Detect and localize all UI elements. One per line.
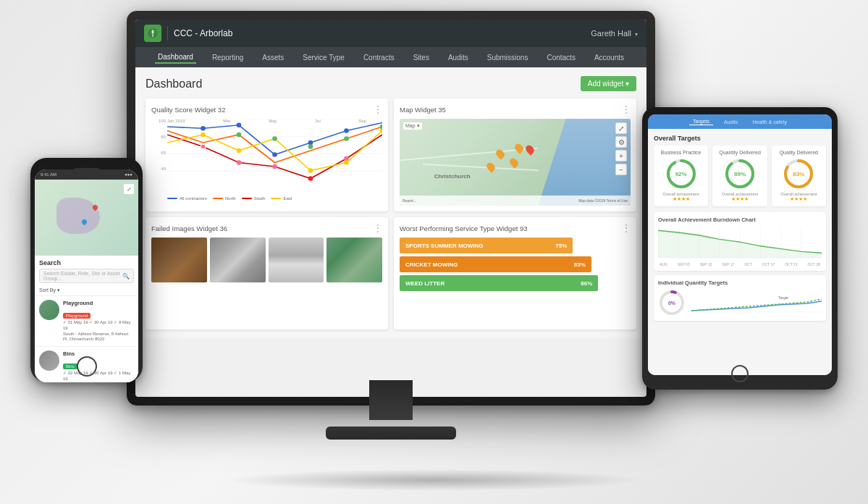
perf-bar-cricket: CRICKET MOWING 83% [400, 256, 591, 272]
quality-score-header: Quality Score Widget 32 ⋮ [151, 104, 382, 114]
chart-legend: All contractors North South [151, 196, 382, 201]
svg-point-17 [237, 148, 242, 154]
app-topbar: CCC - Arborlab Gareth Hall ▾ [135, 20, 646, 47]
map-widget-header: Map Widget 35 ⋮ [400, 104, 631, 114]
phone-home-button[interactable] [77, 356, 97, 377]
nav-reporting[interactable]: Reporting [209, 52, 246, 63]
phone-item-content-2: Bins Bins ✓ 02 May 19 ✓ 30 Apr 19 ✓ 1 Ma… [63, 350, 134, 382]
tablet-burndown-card: Overall Achievement Burndown Chart [654, 212, 826, 271]
map-background: Christchurch Map ▾ [400, 119, 631, 206]
y-label-80: 80 [161, 135, 166, 139]
tablet-kpi-quality: Quality Delivered 83% Overall achievemen… [772, 146, 826, 206]
monitor-screen: CCC - Arborlab Gareth Hall ▾ Dashboard R… [135, 20, 646, 397]
failed-images-menu-icon[interactable]: ⋮ [374, 223, 382, 233]
phone-list-item-playground[interactable]: Playground Playground ✓ 01 May 19 ✓ 30 A… [35, 296, 138, 347]
chart-y-axis: 100 80 60 40 [151, 119, 167, 184]
tablet-tab-targets[interactable]: Targets [689, 118, 713, 125]
failed-images-title: Failed Images Widget 36 [151, 224, 227, 232]
map-zoom-in-btn[interactable]: + [615, 150, 627, 161]
map-expand-btn[interactable]: ⤢ [615, 122, 627, 134]
add-widget-button[interactable]: Add widget ▾ [581, 76, 636, 91]
phone: 9:41 AM ●●● ⤢ Search Search Estate, Ro [30, 158, 143, 382]
phone-sort-label[interactable]: Sort By ▾ [39, 287, 60, 293]
map-pin-2 [513, 142, 524, 154]
tablet-tab-health[interactable]: Health & safety [749, 119, 790, 125]
tablet-kpi-business: Business Practice 92% Overall achievemen… [654, 146, 708, 206]
map-pin-3 [508, 156, 520, 168]
phone-search-input[interactable]: Search Estate, Role, Site or Asset Group… [39, 269, 134, 283]
nav-accounts[interactable]: Accounts [591, 52, 627, 63]
svg-point-6 [201, 126, 206, 131]
chevron-down-icon: ▾ [635, 31, 638, 38]
worst-performing-title: Worst Performing Service Type Widget 93 [400, 224, 528, 232]
map-placeholder: Christchurch Map ▾ [400, 119, 631, 206]
app-company-name: CCC - Arborlab [174, 28, 585, 38]
quality-score-widget: Quality Score Widget 32 ⋮ 100 80 60 40 [146, 98, 388, 211]
widgets-grid: Quality Score Widget 32 ⋮ 100 80 60 40 [146, 98, 636, 329]
legend-all: All contractors [167, 196, 207, 201]
tablet-indiv-title: Individual Quantity Targets [658, 280, 822, 286]
tablet-home-button[interactable] [731, 365, 749, 382]
quality-score-title: Quality Score Widget 32 [151, 106, 225, 114]
phone-search-icon: 🔍 [122, 273, 130, 280]
svg-point-25 [380, 125, 382, 130]
tablet-overall-targets-title: Overall Targets [654, 135, 826, 142]
tablet-kpi-quantity-stars: ★★★★ [717, 196, 762, 202]
tablet-kpi-business-title: Business Practice [658, 150, 704, 155]
map-widget-title: Map Widget 35 [400, 106, 446, 114]
failed-image-2 [210, 238, 266, 282]
nav-service-type[interactable]: Service Type [300, 52, 347, 63]
map-pin-5 [485, 161, 497, 172]
tablet-tab-audits[interactable]: Audits [720, 119, 741, 125]
map-city-label: Christchurch [434, 173, 471, 180]
svg-rect-1 [153, 34, 153, 37]
scene: CCC - Arborlab Gareth Hall ▾ Dashboard R… [0, 0, 868, 504]
phone-item-name-2: Bins [63, 350, 134, 357]
phone-item-detail-addr-1: South - Aithnot Reserve, 8 Aithnot Pl, C… [63, 332, 134, 343]
legend-south: South [242, 196, 266, 201]
y-label-40: 40 [161, 167, 166, 171]
tablet-kpi-business-value: 92% [675, 171, 687, 177]
map-footer: Report... Map data ©2019 Terms of Use [400, 196, 631, 206]
phone-search-section: Search Search Estate, Role, Site or Asse… [35, 256, 138, 285]
nav-assets[interactable]: Assets [259, 52, 287, 63]
quality-score-menu-icon[interactable]: ⋮ [374, 104, 382, 114]
phone-time: 9:41 AM [41, 172, 56, 177]
nav-sites[interactable]: Sites [410, 52, 432, 63]
app-user: Gareth Hall ▾ [591, 29, 638, 38]
worst-performing-menu-icon[interactable]: ⋮ [622, 223, 631, 233]
tablet-kpi-quantity: Quantity Delivered 89% Overall achieveme… [712, 146, 767, 206]
svg-point-11 [201, 144, 206, 149]
nav-dashboard[interactable]: Dashboard [155, 51, 196, 64]
svg-point-10 [344, 128, 349, 133]
tablet-indiv-value: 0% [668, 301, 675, 306]
failed-image-3 [269, 238, 324, 282]
nav-audits[interactable]: Audits [445, 52, 471, 63]
tablet: Targets Audits Health & safety Overall T… [642, 107, 838, 390]
nav-submissions[interactable]: Submissions [484, 52, 531, 63]
phone-search-title: Search [39, 259, 134, 266]
phone-signal: ●●● [125, 172, 132, 177]
phone-map-expand-btn[interactable]: ⤢ [124, 184, 134, 194]
phone-item-detail-2: ✓ 02 May 19 ✓ 30 Apr 19 ✓ 1 May 19 [63, 371, 134, 382]
nav-contracts[interactable]: Contracts [361, 52, 397, 63]
svg-point-13 [272, 164, 277, 169]
perf-bar-weed: WEED LITTER 86% [400, 275, 598, 291]
svg-point-22 [272, 136, 277, 141]
nav-contacts[interactable]: Contacts [544, 52, 578, 63]
map-zoom-out-btn[interactable]: − [615, 164, 627, 175]
monitor-frame: CCC - Arborlab Gareth Hall ▾ Dashboard R… [127, 11, 655, 406]
images-grid [151, 238, 382, 282]
map-widget-menu-icon[interactable]: ⋮ [622, 104, 631, 114]
phone-screen: 9:41 AM ●●● ⤢ Search Search Estate, Ro [35, 169, 138, 382]
svg-point-14 [308, 176, 313, 181]
y-label-100: 100 [159, 119, 166, 123]
map-settings-btn[interactable]: ⚙ [615, 136, 627, 148]
tablet-kpi-quantity-circle: 89% [724, 158, 756, 190]
svg-point-16 [201, 133, 206, 138]
legend-north: North [213, 196, 236, 201]
phone-item-tag-2: Bins [63, 364, 77, 369]
svg-text:Target: Target [778, 295, 789, 300]
failed-image-4 [326, 238, 382, 282]
tablet-burndown-title: Overall Achievement Burndown Chart [658, 217, 822, 223]
